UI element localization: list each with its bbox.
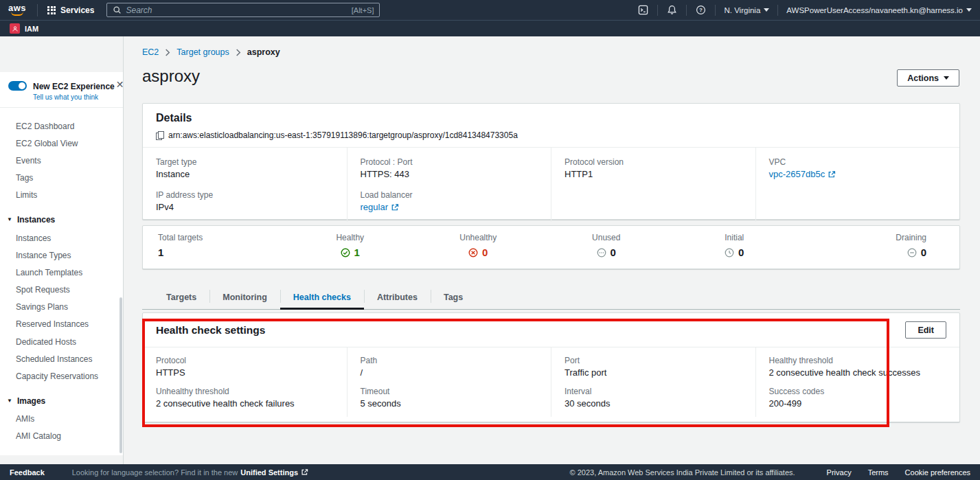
field-ip-address-type: IP address type IPv4 (156, 190, 334, 212)
field-label: Protocol (156, 356, 334, 365)
field-label: Interval (565, 387, 742, 396)
help-icon: ? (696, 5, 706, 15)
copyright: © 2023, Amazon Web Services India Privat… (570, 468, 795, 477)
new-experience-toggle[interactable] (8, 81, 27, 91)
load-balancer-link[interactable]: regular (361, 202, 399, 212)
aws-logo[interactable]: aws (8, 4, 26, 16)
unused-cell: Unused 0 (543, 226, 671, 268)
sidebar-item-savings-plans[interactable]: Savings Plans (0, 299, 123, 316)
feedback-link[interactable]: Feedback (10, 468, 45, 477)
sidebar-section-instances[interactable]: ▼ Instances (0, 210, 123, 229)
section-title: Images (17, 396, 45, 406)
topnav-right-cluster: ? N. Virginia AWSPowerUserAccess/navanee… (629, 0, 980, 20)
field-value: IPv4 (156, 202, 334, 212)
notifications-button[interactable] (658, 0, 686, 20)
field-healthy-threshold: Healthy threshold 2 consecutive health c… (769, 356, 947, 378)
services-menu-button[interactable]: Services (38, 0, 104, 20)
privacy-link[interactable]: Privacy (827, 468, 852, 477)
count-number: 1 (354, 247, 360, 258)
footer: Feedback Looking for language selection?… (0, 464, 980, 480)
vpc-link[interactable]: vpc-2657db5c (769, 169, 836, 179)
help-button[interactable]: ? (687, 0, 715, 20)
breadcrumb-ec2-link[interactable]: EC2 (142, 47, 159, 57)
field-value: Traffic port (565, 367, 742, 378)
tab-monitoring[interactable]: Monitoring (209, 284, 280, 310)
field-value: HTTPS: 443 (361, 169, 538, 179)
sidebar-item-amis[interactable]: AMIs (0, 411, 123, 428)
cookie-preferences-link[interactable]: Cookie preferences (905, 468, 970, 477)
count-label: Unused (592, 233, 620, 242)
sidebar-item-capacity-reservations[interactable]: Capacity Reservations (0, 367, 123, 385)
field-path: Path / (361, 356, 538, 378)
terms-link[interactable]: Terms (868, 468, 889, 477)
breadcrumb-target-groups-link[interactable]: Target groups (176, 47, 229, 57)
account-label: AWSPowerUserAccess/navaneeth.kn@harness.… (786, 6, 963, 14)
sidebar-panel: New EC2 Experience Tell us what you thin… (0, 72, 123, 455)
chevron-down-icon (764, 8, 769, 12)
sidebar-item-ec2-global-view[interactable]: EC2 Global View (0, 135, 123, 152)
health-check-header: Health check settings Edit (143, 313, 959, 347)
health-check-grid: Protocol HTTPS Unhealthy threshold 2 con… (143, 347, 959, 417)
sidebar-item-ec2-dashboard[interactable]: EC2 Dashboard (0, 117, 123, 135)
arn-row: arn:aws:elasticloadbalancing:us-east-1:3… (156, 130, 946, 140)
details-title: Details (156, 112, 946, 124)
search-shortcut-hint: [Alt+S] (352, 6, 374, 14)
sidebar-item-scheduled-instances[interactable]: Scheduled Instances (0, 350, 123, 367)
count-number: 0 (611, 247, 616, 258)
unified-settings-link[interactable]: Unified Settings (240, 468, 308, 477)
toggle-knob (19, 82, 25, 89)
field-label: Success codes (769, 387, 947, 396)
copy-icon[interactable] (156, 131, 163, 139)
triangle-down-icon: ▼ (7, 216, 12, 222)
field-label: Protocol : Port (361, 157, 538, 167)
sidebar-item-ami-catalog[interactable]: AMI Catalog (0, 428, 123, 445)
field-label: Target type (156, 157, 334, 167)
language-note: Looking for language selection? Find it … (72, 468, 238, 477)
count-label: Initial (725, 233, 744, 242)
sidebar-section-elastic-block-store[interactable]: ▼ Elastic Block Store (0, 451, 123, 455)
sidebar-item-instance-types[interactable]: Instance Types (0, 247, 123, 264)
actions-button[interactable]: Actions (897, 69, 959, 87)
tab-targets[interactable]: Targets (153, 284, 209, 310)
search-input[interactable] (126, 5, 351, 15)
chevron-down-icon (944, 76, 949, 80)
sidebar-item-tags[interactable]: Tags (0, 170, 123, 187)
health-check-settings-card: Health check settings Edit Protocol HTTP… (142, 312, 960, 422)
sidebar-item-reserved-instances[interactable]: Reserved Instances (0, 316, 123, 333)
initial-cell: Initial 0 (670, 226, 799, 268)
favorite-iam-link[interactable]: IAM (10, 23, 38, 34)
details-grid: Target type Instance IP address type IPv… (143, 147, 959, 222)
check-circle-icon (341, 248, 350, 258)
edit-button[interactable]: Edit (905, 321, 946, 339)
sidebar-scrollbar[interactable] (119, 297, 122, 453)
region-selector[interactable]: N. Virginia (716, 0, 777, 20)
healthy-value: 1 (341, 247, 360, 258)
field-value: HTTP1 (565, 169, 742, 179)
account-menu[interactable]: AWSPowerUserAccess/navaneeth.kn@harness.… (778, 0, 980, 20)
sidebar-item-dedicated-hosts[interactable]: Dedicated Hosts (0, 333, 123, 350)
link-text: regular (361, 202, 388, 212)
details-column-2: Protocol : Port HTTPS: 443 Load balancer… (347, 148, 551, 222)
tab-health-checks[interactable]: Health checks (280, 284, 364, 310)
sidebar-item-spot-requests[interactable]: Spot Requests (0, 282, 123, 299)
experience-feedback-link[interactable]: Tell us what you think (33, 93, 115, 101)
field-protocol-port: Protocol : Port HTTPS: 443 (361, 157, 538, 179)
sidebar-item-instances[interactable]: Instances (0, 229, 123, 247)
external-link-icon (301, 468, 308, 476)
experience-text: New EC2 Experience Tell us what you thin… (33, 80, 115, 101)
sidebar-item-events[interactable]: Events (0, 152, 123, 169)
sidebar-item-limits[interactable]: Limits (0, 187, 123, 204)
breadcrumb-separator-icon (165, 49, 170, 56)
cloudshell-button[interactable] (629, 0, 657, 20)
triangle-down-icon: ▼ (7, 398, 12, 404)
sidebar-item-launch-templates[interactable]: Launch Templates (0, 264, 123, 281)
unhealthy-value: 0 (468, 247, 488, 258)
field-protocol: Protocol HTTPS (156, 356, 334, 378)
cloudshell-terminal-icon (638, 5, 648, 15)
close-icon[interactable]: ✕ (115, 80, 123, 89)
field-label: Unhealthy threshold (156, 387, 334, 396)
field-value: 5 seconds (361, 398, 538, 409)
tab-tags[interactable]: Tags (431, 284, 476, 310)
sidebar-section-images[interactable]: ▼ Images (0, 391, 123, 411)
tab-attributes[interactable]: Attributes (364, 284, 431, 310)
